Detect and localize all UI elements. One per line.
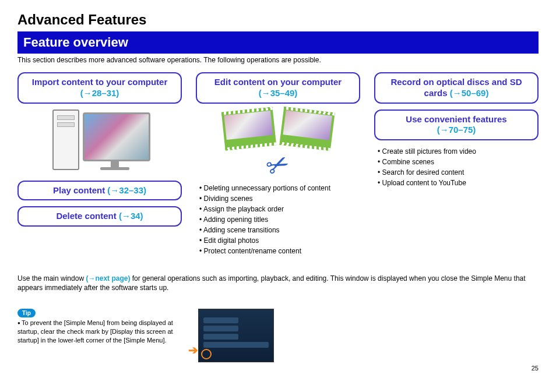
box-delete-label: Delete content [56, 211, 119, 221]
box-import-content[interactable]: Import content to your computer (→28–31) [17, 72, 182, 104]
box-delete-content[interactable]: Delete content (→34) [17, 206, 182, 227]
link-pages-50-69[interactable]: (→50–69) [450, 88, 489, 98]
page-number: 25 [17, 365, 539, 372]
box-import-label: Import content to your computer [32, 77, 168, 87]
monitor-icon [83, 112, 147, 170]
link-pages-32-33[interactable]: (→32–33) [107, 185, 146, 195]
link-pages-35-49[interactable]: (→35–49) [259, 88, 298, 98]
column-edit: Edit content on your computer (→35–49) ✂… [196, 72, 360, 256]
illustration-computer [17, 110, 182, 170]
pc-tower-icon [52, 110, 79, 170]
page-title: Advanced Features [17, 12, 539, 28]
link-pages-70-75[interactable]: (→70–75) [437, 125, 476, 135]
box-conv-label: Use convenient features [406, 114, 506, 124]
box-convenient-features[interactable]: Use convenient features(→70–75) [374, 110, 539, 141]
box-play-content[interactable]: Play content (→32–33) [17, 181, 182, 201]
box-play-label: Play content [53, 185, 107, 195]
link-page-34[interactable]: (→34) [119, 211, 143, 221]
tip-text: To prevent the [Simple Menu] from being … [17, 319, 186, 345]
box-edit-label: Edit content on your computer [214, 77, 342, 87]
section-banner: Feature overview [17, 31, 539, 54]
convenient-feature-list: Create still pictures from video Combine… [378, 146, 539, 188]
highlight-circle-icon [201, 349, 212, 359]
body-text-part: Use the main window [17, 274, 86, 282]
box-record-discs[interactable]: Record on optical discs and SD cards (→5… [374, 72, 539, 104]
list-item: Edit digital photos [199, 235, 360, 246]
link-next-page[interactable]: (→next page) [86, 274, 130, 282]
filmstrip-icon [221, 107, 276, 150]
list-item: Adding opening titles [199, 214, 360, 225]
list-item: Search for desired content [378, 167, 539, 178]
box-edit-content[interactable]: Edit content on your computer (→35–49) [196, 72, 360, 104]
list-item: Adding scene transitions [199, 225, 360, 235]
arrow-icon: ➔ [188, 343, 198, 357]
tip-badge: Tip [17, 309, 36, 318]
list-item: Create still pictures from video [378, 146, 539, 157]
tip-block: Tip To prevent the [Simple Menu] from be… [17, 309, 186, 345]
intro-text: This section describes more advanced sof… [17, 56, 539, 64]
list-item: Upload content to YouTube [378, 178, 539, 188]
list-item: Combine scenes [378, 157, 539, 167]
list-item: Protect content/rename content [199, 246, 360, 256]
simple-menu-thumbnail: ➔ [198, 309, 274, 362]
link-pages-28-31[interactable]: (→28–31) [80, 88, 119, 98]
column-record: Record on optical discs and SD cards (→5… [374, 72, 539, 188]
column-import: Import content to your computer (→28–31)… [17, 72, 182, 232]
main-window-note: Use the main window (→next page) for gen… [17, 274, 539, 292]
